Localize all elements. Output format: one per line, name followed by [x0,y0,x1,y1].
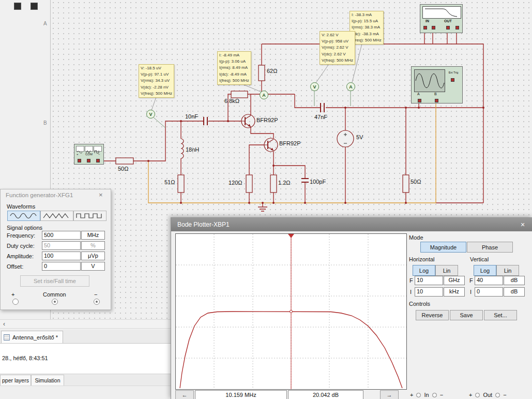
transistor-q2[interactable] [264,138,278,152]
bode-in-plus-terminal[interactable] [423,26,427,29]
close-icon[interactable]: × [521,218,525,231]
horizontal-i-input[interactable]: 10 [415,287,443,297]
out-plus-terminal[interactable] [475,393,480,397]
cursor-handle[interactable] [288,234,294,238]
horizontal-f-input[interactable]: 10 [415,276,443,285]
controls-label: Controls [409,301,430,307]
resistor-62ohm [259,65,265,81]
frequency-input[interactable]: 500 [42,231,81,240]
fg-terminal[interactable] [78,159,81,162]
fg-terminal[interactable] [96,159,100,162]
fg-dialog-title[interactable]: Function generator-XFG1 [6,192,73,198]
function-generator-dialog[interactable]: Function generator-XFG1 × Waveforms Sign… [0,189,111,310]
dc-source-5v [337,130,354,147]
in-label: In [424,392,429,398]
resistor-50ohm-load [403,175,409,193]
wires[interactable] [103,27,483,211]
resistor-50ohm-source [116,158,133,164]
duty-cycle-label: Duty cycle: [7,243,35,249]
ext-trig-label: Ext Trig [446,71,461,74]
square-wave-button[interactable] [73,211,107,221]
duty-cycle-unit: % [81,241,105,250]
in-minus-terminal[interactable] [432,393,437,397]
out-minus-terminal[interactable] [495,393,500,397]
scope-ext-terminal[interactable] [451,78,454,82]
vertical-lin-button[interactable]: Lin [496,265,519,276]
scope-channel-a-label: A [417,92,420,96]
horizontal-i-unit[interactable]: kHz [444,287,465,297]
inductor-18nh [181,139,184,158]
scope-b-terminal[interactable] [435,99,438,102]
frequency-unit[interactable]: MHz [81,231,105,240]
sine-wave-button[interactable] [7,211,40,221]
amplitude-input[interactable]: 100 [42,252,81,260]
amplitude-unit[interactable]: μVp [81,252,105,260]
scroll-left-button[interactable]: ‹ [0,320,8,328]
square-wave-icon [75,212,104,219]
transistor-q1[interactable] [241,114,255,128]
tab-copper-layers[interactable]: pper layers [0,375,31,386]
schematic-sheet-icon [4,334,10,341]
oscilloscope-icon[interactable]: Ext Trig A B [411,66,463,104]
minus-terminal[interactable] [94,299,100,305]
voltage-probe[interactable]: V [310,82,319,91]
triangle-wave-button[interactable] [40,211,73,221]
bode-in-minus-terminal[interactable] [432,26,435,29]
capacitors[interactable] [204,103,324,182]
voltage-probe[interactable]: V [146,110,155,119]
horizontal-f-unit[interactable]: GHz [444,276,465,285]
offset-input[interactable]: 0 [42,262,81,271]
bode-plot-area[interactable] [175,233,407,390]
vertical-log-button[interactable]: Log [474,265,496,276]
in-terminal-group: + In − [410,392,443,398]
bode-plotter-icon[interactable]: IN OUT [420,4,463,33]
scope-channel-b-label: B [434,92,437,96]
horizontal-lin-button[interactable]: Lin [435,265,458,276]
common-terminal[interactable] [52,299,58,305]
capacitor-100pf [301,179,309,182]
out-plus-label: + [469,392,472,398]
set-button[interactable]: Set... [484,310,517,320]
vertical-f-unit[interactable]: dB [504,276,525,285]
fg-terminal[interactable] [87,159,90,162]
current-probe[interactable]: A [260,91,268,99]
save-button[interactable]: Save [450,310,483,320]
resistor-51ohm [178,175,184,193]
reverse-button[interactable]: Reverse [416,310,449,320]
vertical-label: Vertical [470,256,489,262]
vertical-i-unit[interactable]: dB [504,287,525,297]
frequency-label: Frequency: [7,232,35,239]
horizontal-log-button[interactable]: Log [413,265,435,276]
cursor-frequency-readout: 10.159 MHz [195,390,287,399]
horizontal-f-label: F [409,277,413,284]
sheet-tab-antenna[interactable]: Antenna_erősítő * [1,331,63,344]
bode-title-bar[interactable]: Bode Plotter-XBP1 × [171,218,532,231]
bode-icon-screen [422,6,461,19]
bode-plot [176,234,406,389]
phase-button[interactable]: Phase [467,242,513,253]
plus-terminal[interactable] [12,299,19,305]
tab-simulation[interactable]: Simulation [31,375,64,386]
orange-wires[interactable] [148,100,436,203]
current-probe[interactable]: A [346,82,355,91]
probe-tooltip-input: V: -18.5 uVV(p-p): 97.1 uV V(rms): 34.3 … [139,64,174,98]
cursor-left-button[interactable]: ← [175,390,194,399]
waveforms-label: Waveforms [7,203,35,210]
cursor-right-button[interactable]: → [380,390,399,399]
bode-plotter-dialog[interactable]: Bode Plotter-XBP1 × ← 10.159 MHz 20.042 … [171,217,532,399]
in-plus-terminal[interactable] [416,393,421,397]
oscilloscope-screen [414,69,445,92]
offset-unit[interactable]: V [81,262,105,271]
function-generator-icon[interactable]: + COM − [74,144,104,165]
in-minus-label: − [440,392,443,398]
vertical-i-input[interactable]: 0 [475,287,503,297]
probe-tooltip-collector: I: -8.49 mAI(p-p): 3.06 uA I(rms): 8.49 … [217,51,251,85]
status-date-text: 28., hétfő, 8:43:51 [2,355,48,361]
bode-out-minus-terminal[interactable] [455,26,459,29]
scope-a-terminal[interactable] [418,99,421,102]
bode-out-plus-terminal[interactable] [446,26,450,29]
close-icon[interactable]: × [99,191,103,199]
triangle-wave-icon [42,212,71,219]
vertical-f-input[interactable]: 40 [475,276,503,285]
magnitude-button[interactable]: Magnitude [420,242,466,253]
